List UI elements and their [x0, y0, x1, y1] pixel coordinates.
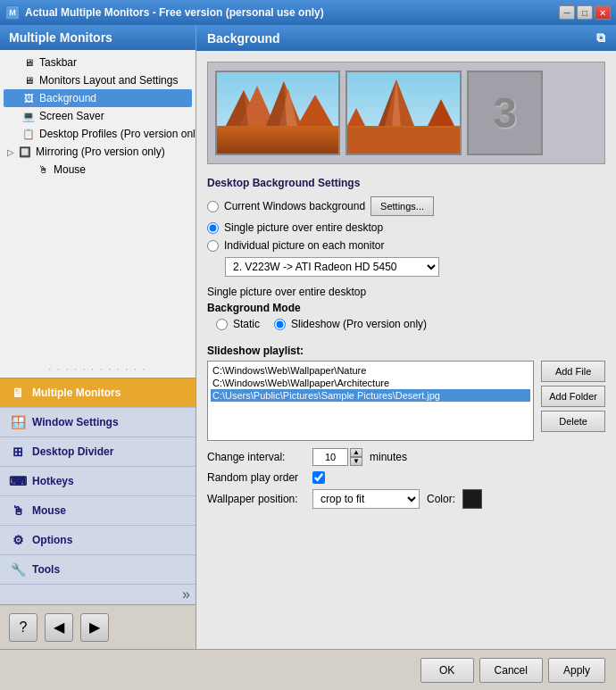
tree-area: 🖥 Taskbar 🖥 Monitors Layout and Settings…: [0, 50, 196, 361]
back-icon: ◀: [54, 619, 64, 636]
radio-static-label[interactable]: Static: [233, 318, 260, 330]
nav-mouse[interactable]: 🖱 Mouse: [0, 496, 196, 526]
radio-single-picture: Single picture over entire desktop: [207, 221, 605, 234]
monitor-3-thumb[interactable]: 3: [467, 71, 543, 155]
dialog-footer: OK Cancel Apply: [0, 649, 616, 690]
radio-slideshow: Slideshow (Pro version only): [274, 318, 427, 330]
radio-individual-picture-input[interactable]: [207, 240, 219, 252]
radio-static-input[interactable]: [216, 319, 228, 330]
tree-item-mirroring[interactable]: ▷ 🔲 Mirroring (Pro version only): [4, 143, 192, 161]
random-play-row: Random play order: [207, 471, 605, 484]
tree-label-mouse: Mouse: [54, 163, 86, 176]
settings-button[interactable]: Settings...: [370, 196, 434, 216]
tree-label-taskbar: Taskbar: [39, 56, 77, 69]
nav-icon-options: ⚙: [9, 531, 27, 549]
tree-item-screen-saver[interactable]: 💻 Screen Saver: [4, 107, 192, 125]
bottom-nav: 🖥 Multiple Monitors 🪟 Window Settings ⊞ …: [0, 378, 196, 604]
expand-icon-mirroring: ▷: [7, 147, 14, 157]
add-file-button[interactable]: Add File: [541, 361, 605, 382]
app-title: Actual Multiple Monitors - Free version …: [25, 6, 324, 19]
spinner-down-button[interactable]: ▼: [350, 457, 362, 466]
delete-button[interactable]: Delete: [541, 411, 605, 432]
radio-slideshow-label[interactable]: Slideshow (Pro version only): [291, 318, 427, 330]
minimize-button[interactable]: ─: [559, 5, 575, 20]
tree-item-taskbar[interactable]: 🖥 Taskbar: [4, 54, 192, 71]
nav-window-settings[interactable]: 🪟 Window Settings: [0, 408, 196, 437]
change-interval-spinner: ▲ ▼: [312, 448, 362, 466]
radio-slideshow-input[interactable]: [274, 319, 286, 330]
nav-label-options: Options: [32, 534, 72, 546]
help-button[interactable]: ?: [9, 613, 37, 642]
radio-current-windows-label[interactable]: Current Windows background: [224, 200, 365, 212]
background-icon: 🖼: [21, 91, 36, 105]
sub-label: Single picture over entire desktop: [207, 286, 366, 298]
change-interval-input[interactable]: [312, 448, 348, 466]
window-controls: ─ □ ✕: [559, 5, 611, 20]
nav-options[interactable]: ⚙ Options: [0, 526, 196, 555]
wallpaper-position-row: Wallpaper position: crop to fit Color:: [207, 489, 605, 509]
radio-individual-picture: Individual picture on each monitor: [207, 239, 605, 252]
nav-label-window-settings: Window Settings: [32, 416, 119, 428]
ok-button[interactable]: OK: [420, 658, 474, 683]
random-play-label: Random play order: [207, 471, 305, 484]
expand-panel-icon[interactable]: ⧉: [596, 30, 605, 46]
forward-button[interactable]: ▶: [80, 613, 109, 642]
sub-section-label: Single picture over entire desktop: [207, 286, 605, 298]
radio-single-picture-input[interactable]: [207, 222, 219, 234]
right-content: 3 Desktop Background Settings Current Wi…: [196, 51, 616, 649]
nav-label-multiple-monitors: Multiple Monitors: [32, 387, 121, 399]
left-panel: Multiple Monitors 🖥 Taskbar 🖥 Monitors L…: [0, 25, 196, 649]
radio-current-windows: Current Windows background Settings...: [207, 196, 605, 216]
close-button[interactable]: ✕: [595, 5, 611, 20]
nav-multiple-monitors[interactable]: 🖥 Multiple Monitors: [0, 378, 196, 408]
playlist-box[interactable]: C:\Windows\Web\Wallpaper\Nature C:\Windo…: [207, 361, 534, 441]
monitor-select[interactable]: 2. V223W -> ATI Radeon HD 5450: [225, 257, 439, 277]
wallpaper-position-select[interactable]: crop to fit: [312, 489, 420, 509]
change-interval-unit: minutes: [370, 451, 407, 463]
maximize-button[interactable]: □: [577, 5, 593, 20]
nav-icon-mouse: 🖱: [9, 502, 27, 520]
tree-label-desktop-profiles: Desktop Profiles (Pro version only): [39, 128, 196, 140]
playlist-item-3[interactable]: C:\Users\Public\Pictures\Sample Pictures…: [211, 389, 530, 402]
nav-label-desktop-divider: Desktop Divider: [32, 445, 113, 458]
bg-mode-label: Background Mode: [207, 302, 605, 314]
bottom-toolbar: ? ◀ ▶: [0, 604, 196, 649]
svg-rect-1: [217, 126, 340, 155]
radio-single-picture-label[interactable]: Single picture over entire desktop: [224, 221, 383, 234]
tree-label-monitors-layout: Monitors Layout and Settings: [39, 74, 178, 87]
radio-individual-picture-label[interactable]: Individual picture on each monitor: [224, 239, 384, 252]
cancel-button[interactable]: Cancel: [479, 658, 543, 683]
playlist-item-1[interactable]: C:\Windows\Web\Wallpaper\Nature: [211, 364, 530, 377]
playlist-buttons: Add File Add Folder Delete: [541, 361, 605, 441]
taskbar-icon: 🖥: [21, 55, 36, 70]
add-folder-button[interactable]: Add Folder: [541, 386, 605, 407]
nav-more[interactable]: »: [0, 585, 196, 604]
monitor-dropdown-row: 2. V223W -> ATI Radeon HD 5450: [207, 257, 605, 277]
back-button[interactable]: ◀: [45, 613, 73, 642]
nav-hotkeys[interactable]: ⌨ Hotkeys: [0, 467, 196, 496]
wallpaper-position-label: Wallpaper position:: [207, 493, 305, 505]
nav-tools[interactable]: 🔧 Tools: [0, 555, 196, 585]
color-picker[interactable]: [462, 489, 482, 509]
playlist-item-2[interactable]: C:\Windows\Web\Wallpaper\Architecture: [211, 377, 530, 389]
nav-desktop-divider[interactable]: ⊞ Desktop Divider: [0, 437, 196, 467]
tree-label-screen-saver: Screen Saver: [39, 110, 104, 122]
right-panel: Background ⧉: [196, 25, 616, 649]
tree-label-mirroring: Mirroring (Pro version only): [36, 145, 165, 158]
tree-item-monitors-layout[interactable]: 🖥 Monitors Layout and Settings: [4, 71, 192, 89]
change-interval-label: Change interval:: [207, 451, 305, 463]
tree-label-background: Background: [39, 92, 96, 104]
main-area: Multiple Monitors 🖥 Taskbar 🖥 Monitors L…: [0, 25, 616, 649]
monitor-1-thumb[interactable]: [215, 71, 340, 155]
spinner-up-button[interactable]: ▲: [350, 448, 362, 457]
tree-item-desktop-profiles[interactable]: 📋 Desktop Profiles (Pro version only): [4, 125, 192, 143]
monitor-2-thumb[interactable]: [345, 71, 462, 155]
apply-button[interactable]: Apply: [548, 658, 605, 683]
random-play-checkbox[interactable]: [312, 471, 325, 484]
tree-item-mouse[interactable]: 🖱 Mouse: [4, 161, 192, 179]
mouse-icon: 🖱: [36, 162, 50, 177]
divider-dots: · · · · · · · · · · · ·: [0, 361, 196, 378]
tree-item-background[interactable]: 🖼 Background: [4, 89, 192, 107]
radio-current-windows-input[interactable]: [207, 201, 219, 212]
color-label: Color:: [427, 493, 455, 505]
